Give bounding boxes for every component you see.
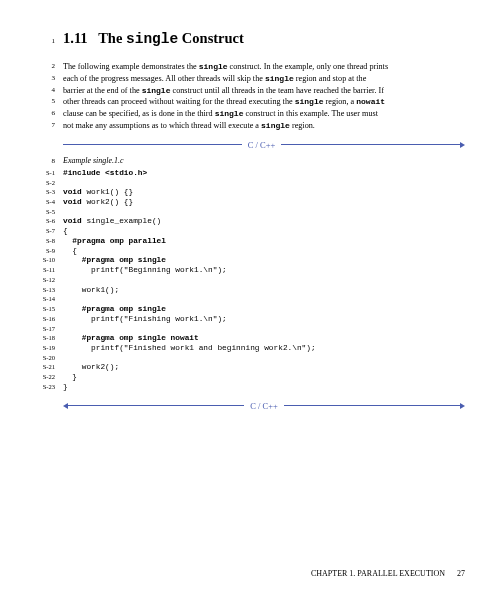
section-number: 1.11 [63, 30, 88, 46]
code-text: } [63, 383, 68, 393]
heading-mono: single [126, 31, 178, 47]
code-line: S-21 work2(); [20, 363, 465, 373]
code-text: work1(); [63, 286, 119, 296]
rule-line [281, 144, 460, 145]
rule-line [68, 405, 244, 406]
code-line-number: S-6 [20, 217, 63, 225]
para-margin: 2 [20, 61, 63, 71]
code-line-number: S-22 [20, 373, 63, 381]
example-filename: Example single.1.c [63, 156, 124, 165]
code-line: S-19 printf("Finished work1 and beginnin… [20, 344, 465, 354]
code-line-number: S-9 [20, 247, 63, 255]
code-text: work2(); [63, 363, 119, 373]
page-footer: CHAPTER 1. PARALLEL EXECUTION 27 [311, 569, 465, 578]
para-text: clause can be specified, as is done in t… [63, 108, 465, 120]
code-text: #include <stdio.h> [63, 169, 147, 179]
rule-line [284, 405, 460, 406]
para-line-2: 3 each of the progress messages. All oth… [20, 73, 465, 85]
code-text: printf("Beginning work1.\n"); [63, 266, 227, 276]
lang-rule-bottom: C / C++ [63, 401, 465, 411]
code-line: S-9 { [20, 247, 465, 257]
code-text [63, 295, 68, 305]
para-line-5: 6 clause can be specified, as is done in… [20, 108, 465, 120]
para-text: other threads can proceed without waitin… [63, 96, 465, 108]
code-line: S-2 [20, 179, 465, 189]
code-line-number: S-16 [20, 315, 63, 323]
rule-line [63, 144, 242, 145]
code-line-number: S-5 [20, 208, 63, 216]
lang-rule-top: C / C++ [63, 140, 465, 150]
para-text: The following example demonstrates the s… [63, 61, 465, 73]
code-line: S-1#include <stdio.h> [20, 169, 465, 179]
code-line: S-15 #pragma omp single [20, 305, 465, 315]
code-line-number: S-3 [20, 188, 63, 196]
para-line-6: 7 not make any assumptions as to which t… [20, 120, 465, 132]
code-text: #pragma omp single nowait [63, 334, 199, 344]
code-text: { [63, 227, 68, 237]
para-line-1: 2 The following example demonstrates the… [20, 61, 465, 73]
chapter-label: CHAPTER 1. PARALLEL EXECUTION [311, 569, 445, 578]
page-number: 27 [457, 569, 465, 578]
code-text: printf("Finishing work1.\n"); [63, 315, 227, 325]
code-text: void single_example() [63, 217, 161, 227]
code-line: S-14 [20, 295, 465, 305]
code-line-number: S-2 [20, 179, 63, 187]
code-block: S-1#include <stdio.h>S-2 S-3void work1()… [20, 169, 465, 393]
code-line-number: S-17 [20, 325, 63, 333]
code-line: S-4void work2() {} [20, 198, 465, 208]
code-line-number: S-20 [20, 354, 63, 362]
example-filename-row: 8 Example single.1.c [20, 156, 465, 165]
code-line-number: S-11 [20, 266, 63, 274]
code-line: S-6void single_example() [20, 217, 465, 227]
code-text [63, 276, 68, 286]
code-line-number: S-14 [20, 295, 63, 303]
triangle-right-icon [460, 142, 465, 148]
code-text [63, 208, 68, 218]
code-line-number: S-1 [20, 169, 63, 177]
code-line-number: S-23 [20, 383, 63, 391]
code-line-number: S-10 [20, 256, 63, 264]
lang-label: C / C++ [244, 401, 284, 411]
code-line: S-3void work1() {} [20, 188, 465, 198]
para-margin: 7 [20, 120, 63, 130]
section-heading: 1.11 The single Construct [63, 30, 244, 47]
code-line: S-17 [20, 325, 465, 335]
code-line-number: S-21 [20, 363, 63, 371]
para-text: barrier at the end of the single constru… [63, 85, 465, 97]
code-line: S-10 #pragma omp single [20, 256, 465, 266]
code-line: S-8 #pragma omp parallel [20, 237, 465, 247]
code-line-number: S-12 [20, 276, 63, 284]
code-text: #pragma omp single [63, 256, 166, 266]
code-text: void work2() {} [63, 198, 133, 208]
code-line-number: S-19 [20, 344, 63, 352]
code-line: S-12 [20, 276, 465, 286]
code-line: S-23} [20, 383, 465, 393]
code-line-number: S-13 [20, 286, 63, 294]
code-text [63, 325, 68, 335]
heading-margin-num: 1 [20, 37, 63, 45]
code-line-number: S-7 [20, 227, 63, 235]
code-line: S-20 [20, 354, 465, 364]
para-text: not make any assumptions as to which thr… [63, 120, 465, 132]
heading-after: Construct [178, 30, 244, 46]
example-margin: 8 [20, 156, 63, 165]
code-text: #pragma omp parallel [63, 237, 166, 247]
code-text: void work1() {} [63, 188, 133, 198]
code-line: S-16 printf("Finishing work1.\n"); [20, 315, 465, 325]
code-line: S-18 #pragma omp single nowait [20, 334, 465, 344]
code-line-number: S-8 [20, 237, 63, 245]
code-text: } [63, 373, 77, 383]
code-line-number: S-4 [20, 198, 63, 206]
section-heading-row: 1 1.11 The single Construct [20, 30, 465, 47]
code-line-number: S-15 [20, 305, 63, 313]
para-text: each of the progress messages. All other… [63, 73, 465, 85]
code-line: S-22 } [20, 373, 465, 383]
code-line: S-7{ [20, 227, 465, 237]
para-margin: 3 [20, 73, 63, 83]
code-line-number: S-18 [20, 334, 63, 342]
code-text: printf("Finished work1 and beginning wor… [63, 344, 316, 354]
code-line: S-13 work1(); [20, 286, 465, 296]
code-text [63, 354, 68, 364]
code-text [63, 179, 68, 189]
code-text: { [63, 247, 77, 257]
